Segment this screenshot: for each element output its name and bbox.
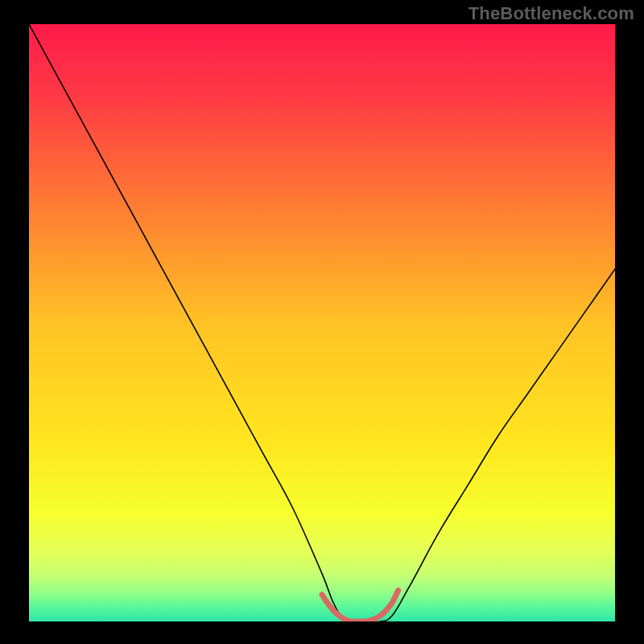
bottleneck-chart [29, 24, 615, 621]
chart-frame: TheBottleneck.com [0, 0, 644, 644]
plot-area [29, 24, 615, 621]
attribution-label: TheBottleneck.com [469, 3, 634, 24]
gradient-background [29, 24, 615, 621]
